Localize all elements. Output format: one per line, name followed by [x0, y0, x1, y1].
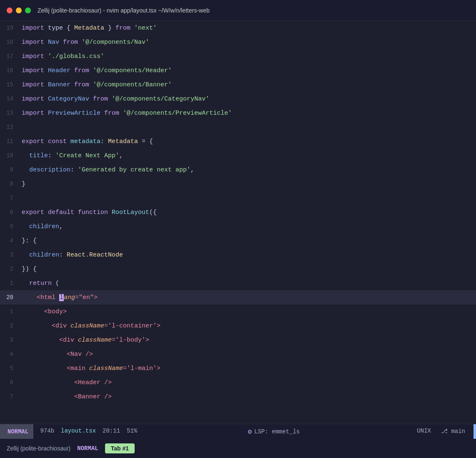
- code-line-17: 17 import './globals.css': [0, 49, 476, 63]
- code-line-1: 1 return (: [0, 276, 476, 290]
- code-line-b1: 1 <body>: [0, 304, 476, 319]
- status-branch: ⎇ main: [441, 428, 467, 436]
- code-line-8: 8 }: [0, 177, 476, 191]
- code-line-9: 9 description: 'Generated by create next…: [0, 163, 476, 177]
- maximize-button[interactable]: [25, 8, 31, 13]
- title-bar: Zellij (polite-brachiosaur) - nvim app/l…: [0, 0, 476, 21]
- traffic-lights: [7, 8, 31, 13]
- code-line-15: 15 import Banner from '@/components/Bann…: [0, 78, 476, 92]
- status-mode: NORMAL: [3, 424, 33, 439]
- code-line-b4: 4 <Nav />: [0, 347, 476, 361]
- tab-app-name: Zellij (polite-brachiosaur): [7, 445, 70, 452]
- status-line-ending: UNIX: [417, 428, 434, 436]
- code-line-20: 20 <html lang="en">: [0, 290, 476, 304]
- code-line-b3: 3 <div className='l-body'>: [0, 333, 476, 347]
- tab-mode-badge: NORMAL: [77, 445, 98, 452]
- code-line-7a: 7: [0, 191, 476, 205]
- code-line-6: 6 export default function RootLayout({: [0, 205, 476, 219]
- status-bar: NORMAL 974b layout.tsx 20:11 51% ⚙ LSP: …: [0, 424, 476, 439]
- code-lines: 19 import type { Metadata } from 'next' …: [0, 21, 476, 424]
- status-filesize: 974b: [40, 428, 54, 436]
- code-line-11: 11 export const metadata: Metadata = {: [0, 134, 476, 148]
- code-line-19: 19 import type { Metadata } from 'next': [0, 21, 476, 35]
- code-line-b6: 6 <Header />: [0, 375, 476, 390]
- code-editor[interactable]: 19 import type { Metadata } from 'next' …: [0, 21, 476, 424]
- code-line-12: 12: [0, 120, 476, 134]
- status-lsp: ⚙ LSP: emmet_ls: [248, 428, 306, 436]
- code-line-b7: 7 <Banner />: [0, 390, 476, 404]
- status-percent: 51%: [127, 428, 137, 436]
- status-info: 974b layout.tsx 20:11 51% ⚙ LSP: emmet_l…: [33, 428, 473, 436]
- code-line-14: 14 import CategoryNav from '@/components…: [0, 92, 476, 106]
- code-line-2: 2 }) {: [0, 262, 476, 276]
- gear-icon: ⚙: [248, 428, 252, 436]
- code-line-18: 18 import Nav from '@/components/Nav': [0, 35, 476, 49]
- code-line-b2: 2 <div className='l-container'>: [0, 319, 476, 333]
- tab-bar: Zellij (polite-brachiosaur) NORMAL Tab #…: [0, 439, 476, 458]
- status-position: 20:11: [103, 428, 120, 436]
- code-line-4: 4 }: {: [0, 234, 476, 248]
- code-line-3: 3 children: React.ReactNode: [0, 248, 476, 262]
- minimize-button[interactable]: [16, 8, 22, 13]
- status-filename: layout.tsx: [61, 428, 96, 436]
- code-line-13: 13 import PreviewArticle from '@/compone…: [0, 106, 476, 120]
- code-line-10: 10 title: 'Create Next App',: [0, 148, 476, 163]
- close-button[interactable]: [7, 8, 13, 13]
- status-lsp-name: LSP: emmet_ls: [254, 428, 300, 435]
- code-line-16: 16 import Header from '@/components/Head…: [0, 63, 476, 78]
- code-line-5: 5 children,: [0, 219, 476, 234]
- code-line-b5: 5 <main className='l-main'>: [0, 361, 476, 375]
- window-title: Zellij (polite-brachiosaur) - nvim app/l…: [38, 7, 210, 14]
- status-right-accent: [473, 424, 476, 439]
- tab-1[interactable]: Tab #1: [105, 443, 135, 453]
